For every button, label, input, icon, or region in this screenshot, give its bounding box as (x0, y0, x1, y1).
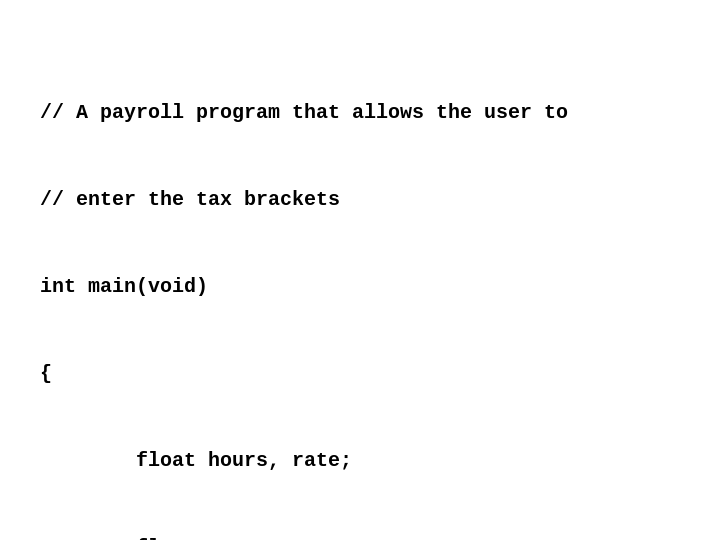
code-line-6: float gross, tax, net; (40, 533, 676, 540)
code-line-1: // A payroll program that allows the use… (40, 98, 676, 127)
code-line-2: // enter the tax brackets (40, 185, 676, 214)
code-line-3: int main(void) (40, 272, 676, 301)
code-line-4: { (40, 359, 676, 388)
code-block: // A payroll program that allows the use… (0, 0, 716, 540)
code-line-5: float hours, rate; (40, 446, 676, 475)
